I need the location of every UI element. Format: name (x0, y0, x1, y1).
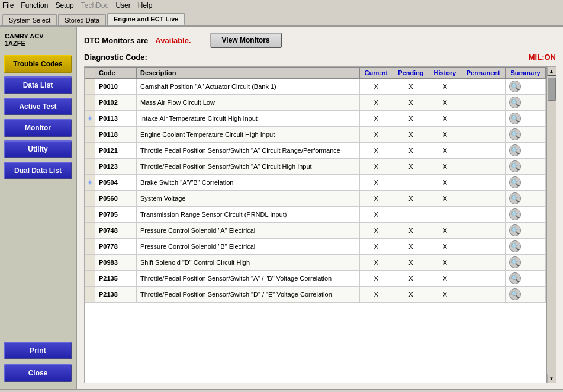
summary-cell[interactable]: 🔍 (506, 207, 546, 223)
trouble-codes-button[interactable]: Trouble Codes (4, 55, 72, 73)
menu-file[interactable]: File (2, 1, 14, 9)
current-cell: X (359, 223, 393, 239)
permanent-cell (461, 127, 506, 143)
table-row: P2138Throttle/Pedal Position Sensor/Swit… (85, 287, 546, 303)
description-cell: Transmission Range Sensor Circuit (PRNDL… (137, 207, 360, 223)
utility-button[interactable]: Utility (4, 140, 72, 158)
summary-cell[interactable]: 🔍 (506, 287, 546, 303)
permanent-cell (461, 95, 506, 111)
menu-help[interactable]: Help (138, 1, 153, 9)
magnify-button[interactable]: 🔍 (509, 160, 521, 172)
summary-cell[interactable]: 🔍 (506, 223, 546, 239)
pending-cell: X (393, 191, 429, 207)
scrollbar[interactable]: ▲ ▼ (546, 66, 556, 383)
permanent-cell (461, 159, 506, 175)
table-row: ✦P0504Brake Switch "A"/"B" CorrelationXX… (85, 175, 546, 191)
magnify-button[interactable]: 🔍 (509, 128, 521, 140)
tab-system-select[interactable]: System Select (2, 14, 57, 25)
print-button[interactable]: Print (4, 342, 72, 359)
permanent-cell (461, 143, 506, 159)
tab-stored-data[interactable]: Stored Data (58, 14, 106, 25)
code-cell: P0983 (95, 255, 137, 271)
menu-function[interactable]: Function (21, 1, 48, 9)
table-row: P0983Shift Solenoid "D" Control Circuit … (85, 255, 546, 271)
code-cell: P0102 (95, 95, 137, 111)
magnify-button[interactable]: 🔍 (509, 288, 521, 300)
data-list-button[interactable]: Data List (4, 76, 72, 94)
permanent-cell (461, 287, 506, 303)
magnify-button[interactable]: 🔍 (509, 81, 521, 92)
flag-cell (85, 271, 95, 287)
current-cell: X (359, 271, 393, 287)
magnify-button[interactable]: 🔍 (509, 144, 521, 156)
history-cell: X (429, 191, 461, 207)
history-cell: X (429, 79, 461, 95)
summary-cell[interactable]: 🔍 (506, 159, 546, 175)
summary-cell[interactable]: 🔍 (506, 239, 546, 255)
magnify-button[interactable]: 🔍 (509, 272, 521, 284)
pending-cell: X (393, 79, 429, 95)
summary-cell[interactable]: 🔍 (506, 111, 546, 127)
pending-cell (393, 175, 429, 191)
magnify-button[interactable]: 🔍 (509, 224, 521, 236)
magnify-button[interactable]: 🔍 (509, 192, 521, 204)
history-cell: X (429, 271, 461, 287)
menu-user[interactable]: User (115, 1, 130, 9)
monitor-button[interactable]: Monitor (4, 119, 72, 137)
table-row: P0560System VoltageXXX🔍 (85, 191, 546, 207)
history-cell: X (429, 111, 461, 127)
vehicle-line2: 1AZFE (5, 40, 71, 47)
bottom-bar: HMI ❄ Store (0, 389, 563, 392)
magnify-button[interactable]: 🔍 (509, 97, 521, 108)
menu-techdoc[interactable]: TechDoc (81, 1, 109, 9)
col-summary: Summary (506, 68, 546, 79)
permanent-cell (461, 207, 506, 223)
dual-data-list-button[interactable]: Dual Data List (4, 162, 72, 179)
magnify-button[interactable]: 🔍 (509, 208, 521, 220)
summary-cell[interactable]: 🔍 (506, 79, 546, 95)
permanent-cell (461, 223, 506, 239)
magnify-button[interactable]: 🔍 (509, 256, 521, 268)
description-cell: Camshaft Position "A" Actuator Circuit (… (137, 79, 360, 95)
tab-engine-ect-live[interactable]: Engine and ECT Live (107, 13, 185, 25)
description-cell: Throttle/Pedal Position Sensor/Switch "A… (137, 159, 360, 175)
active-test-button[interactable]: Active Test (4, 98, 72, 115)
vehicle-line1: CAMRY ACV (5, 33, 71, 40)
pending-cell: X (393, 143, 429, 159)
dtc-header: DTC Monitors are Available. View Monitor… (84, 33, 556, 48)
summary-cell[interactable]: 🔍 (506, 271, 546, 287)
summary-cell[interactable]: 🔍 (506, 191, 546, 207)
pending-cell: X (393, 239, 429, 255)
summary-cell[interactable]: 🔍 (506, 255, 546, 271)
scroll-up[interactable]: ▲ (547, 66, 556, 76)
scroll-thumb[interactable] (548, 77, 556, 101)
scroll-down[interactable]: ▼ (547, 374, 556, 383)
magnify-button[interactable]: 🔍 (509, 113, 521, 124)
flag-cell (85, 191, 95, 207)
col-description: Description (137, 68, 360, 79)
view-monitors-button[interactable]: View Monitors (210, 33, 282, 48)
summary-cell[interactable]: 🔍 (506, 95, 546, 111)
code-cell: P2135 (95, 271, 137, 287)
pending-cell: X (393, 127, 429, 143)
table-row: ✦P0113Intake Air Temperature Circuit Hig… (85, 111, 546, 127)
summary-cell[interactable]: 🔍 (506, 127, 546, 143)
menu-setup[interactable]: Setup (55, 1, 73, 9)
table-row: P0705Transmission Range Sensor Circuit (… (85, 207, 546, 223)
flag-cell: ✦ (85, 111, 95, 127)
summary-cell[interactable]: 🔍 (506, 143, 546, 159)
pending-cell: X (393, 159, 429, 175)
main-layout: CAMRY ACV 1AZFE Trouble Codes Data List … (0, 27, 563, 389)
flag-cell (85, 95, 95, 111)
pending-cell: X (393, 111, 429, 127)
summary-cell[interactable]: 🔍 (506, 175, 546, 191)
magnify-button[interactable]: 🔍 (509, 176, 521, 188)
close-button[interactable]: Close (4, 364, 72, 382)
magnify-button[interactable]: 🔍 (509, 240, 521, 252)
flag-cell (85, 239, 95, 255)
current-cell: X (359, 287, 393, 303)
code-cell: P0010 (95, 79, 137, 95)
history-cell: X (429, 127, 461, 143)
permanent-cell (461, 175, 506, 191)
col-history: History (429, 68, 461, 79)
